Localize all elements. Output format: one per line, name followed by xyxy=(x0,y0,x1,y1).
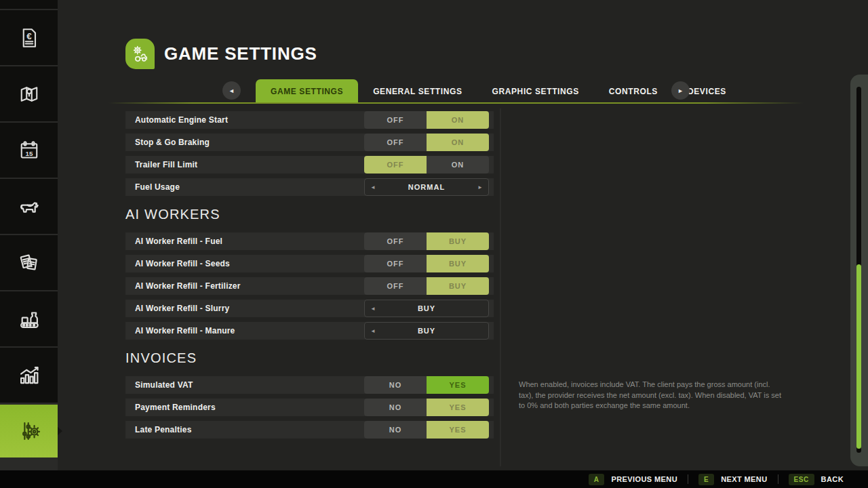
svg-text:€: € xyxy=(26,30,32,41)
toggle-option-yes[interactable]: YES xyxy=(427,399,489,416)
scrollbar-track[interactable] xyxy=(856,87,861,453)
setting-label: Fuel Usage xyxy=(135,182,180,192)
toggle-option-off[interactable]: OFF xyxy=(364,232,427,250)
invoice-euro-icon: € xyxy=(17,26,41,50)
toggle-option-on[interactable]: ON xyxy=(427,134,489,151)
tab-controls[interactable]: CONTROLS xyxy=(594,79,673,104)
sidebar-item-map[interactable] xyxy=(0,66,58,121)
stats-icon xyxy=(16,363,42,388)
tabs-next-button[interactable]: ► xyxy=(671,81,690,100)
selector-prev-icon[interactable]: ◄ xyxy=(366,323,380,339)
cow-icon xyxy=(16,194,42,220)
game-settings-icon xyxy=(125,39,155,69)
shortcut-back[interactable]: ESCBACK xyxy=(789,474,844,485)
tab-underline xyxy=(108,102,804,104)
setting-row: Stop & Go Braking OFFON xyxy=(125,134,494,151)
sidebar-item-animals[interactable] xyxy=(0,179,58,234)
scrollbar-thumb[interactable] xyxy=(856,264,861,449)
toggle-option-no[interactable]: NO xyxy=(364,399,427,416)
tab-graphic-settings[interactable]: GRAPHIC SETTINGS xyxy=(477,79,594,104)
toggle-control: OFFBUY xyxy=(364,232,489,250)
setting-label: Stop & Go Braking xyxy=(135,138,210,147)
setting-label: Automatic Engine Start xyxy=(135,115,228,125)
setting-label: AI Worker Refill - Fuel xyxy=(135,237,222,246)
selector-prev-icon[interactable]: ◄ xyxy=(366,300,380,317)
setting-help-text: When enabled, invoices include VAT. The … xyxy=(519,380,782,411)
sidebar-item-calendar[interactable]: 15 xyxy=(0,123,58,178)
setting-row: Simulated VAT NOYES xyxy=(125,376,494,394)
setting-row: AI Worker Refill - Manure ◄BUY► xyxy=(125,322,494,340)
setting-label: AI Worker Refill - Seeds xyxy=(135,259,230,268)
setting-label: AI Worker Refill - Slurry xyxy=(135,304,229,313)
production-icon xyxy=(16,306,42,332)
sidebar-item-production[interactable] xyxy=(0,291,58,346)
toggle-option-off[interactable]: OFF xyxy=(364,277,427,295)
toggle-option-no[interactable]: NO xyxy=(364,421,427,439)
scrollbar xyxy=(850,75,868,466)
setting-row: Late Penalties NOYES xyxy=(125,421,494,439)
toggle-control: NOYES xyxy=(364,399,489,416)
section-heading: INVOICES xyxy=(125,350,494,366)
setting-label: Late Penalties xyxy=(135,425,192,434)
tractor-gear-icon xyxy=(129,43,152,66)
toggle-option-off[interactable]: OFF xyxy=(364,156,427,174)
shortcut-next-menu[interactable]: ENEXT MENU xyxy=(698,474,768,485)
selector-prev-icon[interactable]: ◄ xyxy=(366,179,380,195)
sidebar-item-settings[interactable] xyxy=(0,405,58,458)
selector-next-icon[interactable]: ► xyxy=(473,179,487,195)
toggle-option-on[interactable]: ON xyxy=(427,111,489,129)
panel-divider xyxy=(500,108,501,466)
svg-text:15: 15 xyxy=(25,149,33,157)
option-selector[interactable]: ◄BUY► xyxy=(364,300,489,317)
setting-row: Fuel Usage ◄NORMAL► xyxy=(125,178,494,196)
sidebar-item-partial xyxy=(0,0,58,9)
toggle-option-yes[interactable]: YES xyxy=(427,376,489,394)
tab-game-settings[interactable]: GAME SETTINGS xyxy=(256,79,358,104)
footer-divider xyxy=(778,474,778,484)
sidebar-item-statistics[interactable] xyxy=(0,348,58,403)
toggle-control: OFFBUY xyxy=(364,277,489,295)
toggle-control: OFFON xyxy=(364,134,489,151)
toggle-option-off[interactable]: OFF xyxy=(364,111,427,129)
key-badge: A xyxy=(589,474,605,485)
setting-label: Payment Reminders xyxy=(135,403,216,412)
toggle-option-yes[interactable]: YES xyxy=(427,421,489,439)
toggle-option-buy[interactable]: BUY xyxy=(427,277,489,295)
toggle-control: OFFBUY xyxy=(364,255,489,272)
setting-row: AI Worker Refill - Seeds OFFBUY xyxy=(125,255,494,272)
setting-label: Trailer Fill Limit xyxy=(135,160,197,169)
section-heading: AI WORKERS xyxy=(125,207,494,222)
selector-value: NORMAL xyxy=(408,183,445,191)
sidebar-item-finances[interactable]: € xyxy=(0,10,58,65)
setting-row: Automatic Engine Start OFFON xyxy=(125,111,494,129)
toggle-control: OFFON xyxy=(364,111,489,129)
key-badge: E xyxy=(698,474,714,485)
chevron-left-icon: ◄ xyxy=(229,87,235,94)
toggle-option-buy[interactable]: BUY xyxy=(427,255,489,272)
footer-divider xyxy=(688,474,688,484)
selector-value: BUY xyxy=(418,327,435,335)
shortcut-previous-menu[interactable]: APREVIOUS MENU xyxy=(589,474,677,485)
settings-list: Automatic Engine Start OFFON Stop & Go B… xyxy=(125,111,494,443)
tab-general-settings[interactable]: GENERAL SETTINGS xyxy=(358,79,477,104)
sidebar: € 15 xyxy=(0,0,58,470)
toggle-option-off[interactable]: OFF xyxy=(364,255,427,272)
toggle-option-off[interactable]: OFF xyxy=(364,134,427,151)
option-selector[interactable]: ◄BUY► xyxy=(364,322,489,340)
tabs-prev-button[interactable]: ◄ xyxy=(222,81,241,100)
page-title: GAME SETTINGS xyxy=(164,43,317,64)
shortcut-label: NEXT MENU xyxy=(721,475,767,483)
calendar-icon: 15 xyxy=(17,138,41,163)
toggle-option-on[interactable]: ON xyxy=(427,156,489,174)
setting-row: Trailer Fill Limit OFFON xyxy=(125,156,494,174)
chevron-right-icon: ► xyxy=(677,87,684,94)
sidebar-item-contracts[interactable] xyxy=(0,235,58,290)
tab-strip: GAME SETTINGSGENERAL SETTINGSGRAPHIC SET… xyxy=(256,79,741,104)
setting-row: AI Worker Refill - Slurry ◄BUY► xyxy=(125,300,494,317)
option-selector[interactable]: ◄NORMAL► xyxy=(364,178,489,196)
toggle-option-no[interactable]: NO xyxy=(364,376,427,394)
toggle-control: OFFON xyxy=(364,156,489,174)
footer-bar: APREVIOUS MENUENEXT MENUESCBACK xyxy=(0,470,868,488)
toggle-option-buy[interactable]: BUY xyxy=(427,232,489,250)
setting-row: AI Worker Refill - Fertilizer OFFBUY xyxy=(125,277,494,295)
